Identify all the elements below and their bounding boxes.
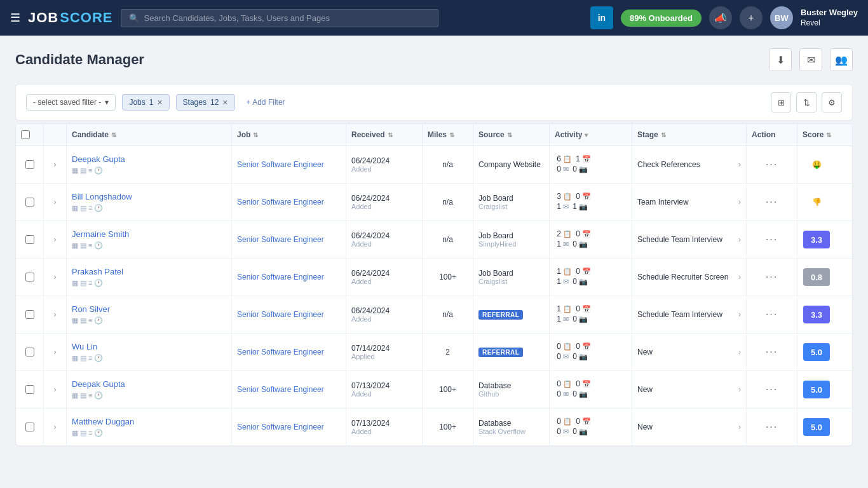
candidate-name[interactable]: Wu Lin (72, 342, 97, 351)
saved-filter-select[interactable]: - select saved filter - ▾ (26, 94, 116, 111)
sort-button[interactable]: ⇅ (796, 92, 817, 112)
row-checkbox[interactable] (25, 310, 34, 319)
stage-chevron-icon[interactable]: › (738, 198, 741, 207)
avatar[interactable]: BW (770, 6, 793, 29)
th-stage[interactable]: Stage ⇅ (632, 124, 747, 146)
add-button[interactable]: ＋ (740, 6, 763, 29)
received-date: 06/24/2024 (351, 269, 390, 278)
act-num-1: 1 (555, 267, 561, 276)
candidate-name[interactable]: Deepak Gupta (72, 379, 125, 389)
row-checkbox[interactable] (25, 348, 34, 356)
table-row: › Prakash Patel ▦ ▤ ≡ 🕐 Senior Software … (16, 259, 852, 296)
row-expand-cell: › (44, 259, 67, 295)
candidate-cell: Jermaine Smith ▦ ▤ ≡ 🕐 (67, 221, 232, 258)
clock-icon: 🕐 (94, 204, 103, 212)
candidate-icons: ▦ ▤ ≡ 🕐 (72, 241, 103, 250)
stage-chevron-icon[interactable]: › (738, 423, 741, 431)
filter-bar-right: ⊞ ⇅ ⚙ (771, 92, 842, 112)
megaphone-icon-button[interactable]: 📣 (709, 6, 732, 29)
linkedin-button[interactable]: in (590, 6, 613, 29)
th-job[interactable]: Job ⇅ (232, 124, 346, 146)
candidates-table: Candidate ⇅ Job ⇅ Received ⇅ Miles ⇅ Sou… (15, 123, 853, 446)
action-menu-button[interactable]: ··· (766, 234, 778, 245)
th-candidate[interactable]: Candidate ⇅ (67, 124, 232, 146)
job-cell: Senior Software Engineer (232, 146, 346, 183)
expand-icon[interactable]: › (53, 384, 58, 395)
action-menu-button[interactable]: ··· (766, 421, 778, 433)
received-cell: 06/24/2024 Added (346, 221, 423, 258)
activity-cell: 1 📋 0 📅 1 ✉ 0 📷 (550, 259, 632, 295)
camera-icon: 📷 (579, 353, 588, 361)
stage-cell: Schedule Recruiter Screen › (632, 259, 747, 295)
search-input[interactable] (144, 13, 430, 23)
job-link[interactable]: Senior Software Engineer (237, 235, 324, 244)
menu-icon[interactable]: ☰ (10, 11, 20, 25)
expand-icon[interactable]: › (53, 159, 58, 170)
stage-chevron-icon[interactable]: › (738, 348, 741, 356)
search-bar[interactable]: 🔍 (121, 9, 438, 27)
job-link[interactable]: Senior Software Engineer (237, 423, 324, 431)
job-cell: Senior Software Engineer (232, 221, 346, 258)
th-activity-label: Activity (555, 130, 582, 139)
candidate-name[interactable]: Jermaine Smith (72, 229, 129, 239)
act-num-2: 0 (574, 417, 580, 426)
received-sub: Added (351, 390, 372, 398)
stage-chevron-icon[interactable]: › (738, 273, 741, 281)
email-button[interactable]: ✉ (799, 48, 822, 71)
job-link[interactable]: Senior Software Engineer (237, 310, 324, 319)
expand-icon[interactable]: › (53, 234, 58, 245)
job-link[interactable]: Senior Software Engineer (237, 273, 324, 281)
action-menu-button[interactable]: ··· (766, 309, 778, 320)
miles-cell: 2 (423, 334, 473, 370)
chevron-down-icon: ▾ (105, 98, 109, 107)
stage-chevron-icon[interactable]: › (738, 235, 741, 244)
grid-view-button[interactable]: ⊞ (771, 92, 791, 112)
th-source[interactable]: Source ⇅ (473, 124, 550, 146)
row-checkbox[interactable] (25, 423, 34, 431)
candidate-name[interactable]: Matthew Duggan (72, 417, 134, 426)
select-all-checkbox[interactable] (21, 130, 30, 139)
onboarded-button[interactable]: 89% Onboarded (621, 10, 702, 27)
candidate-name[interactable]: Ron Silver (72, 304, 110, 314)
job-link[interactable]: Senior Software Engineer (237, 348, 324, 356)
action-menu-button[interactable]: ··· (766, 159, 778, 170)
people-button[interactable]: 👥 (830, 48, 853, 71)
user-company: Revel (801, 18, 858, 29)
expand-icon[interactable]: › (53, 309, 58, 320)
row-checkbox[interactable] (25, 160, 34, 169)
stages-filter-remove[interactable]: × (222, 97, 227, 107)
th-miles[interactable]: Miles ⇅ (423, 124, 473, 146)
row-checkbox[interactable] (25, 235, 34, 244)
camera-icon: 📷 (579, 240, 588, 248)
action-menu-button[interactable]: ··· (766, 196, 778, 208)
job-link[interactable]: Senior Software Engineer (237, 160, 324, 169)
action-menu-button[interactable]: ··· (766, 346, 778, 358)
expand-icon[interactable]: › (53, 196, 58, 208)
expand-icon[interactable]: › (53, 271, 58, 283)
action-menu-button[interactable]: ··· (766, 384, 778, 395)
stage-chevron-icon[interactable]: › (738, 385, 741, 394)
add-filter-button[interactable]: + Add Filter (241, 95, 290, 109)
jobs-filter-remove[interactable]: × (157, 97, 162, 107)
filter-settings-button[interactable]: ⚙ (822, 92, 842, 112)
candidate-name[interactable]: Deepak Gupta (72, 154, 125, 164)
row-checkbox[interactable] (25, 198, 34, 207)
candidate-name[interactable]: Bill Longshadow (72, 192, 132, 201)
job-link[interactable]: Senior Software Engineer (237, 385, 324, 394)
stage-chevron-icon[interactable]: › (738, 310, 741, 319)
stage-chevron-icon[interactable]: › (738, 160, 741, 169)
th-score[interactable]: Score ⇅ (797, 124, 836, 146)
candidate-name[interactable]: Prakash Patel (72, 267, 123, 276)
expand-icon[interactable]: › (53, 346, 58, 358)
job-cell: Senior Software Engineer (232, 371, 346, 408)
th-received[interactable]: Received ⇅ (346, 124, 423, 146)
th-activity[interactable]: Activity ▾ (550, 124, 632, 146)
action-menu-button[interactable]: ··· (766, 271, 778, 283)
referral-badge: REFERRAL (478, 310, 523, 320)
row-checkbox[interactable] (25, 273, 34, 281)
row-checkbox-cell (16, 296, 44, 333)
expand-icon[interactable]: › (53, 421, 58, 433)
job-link[interactable]: Senior Software Engineer (237, 198, 324, 207)
row-checkbox[interactable] (25, 385, 34, 394)
download-button[interactable]: ⬇ (769, 48, 792, 71)
